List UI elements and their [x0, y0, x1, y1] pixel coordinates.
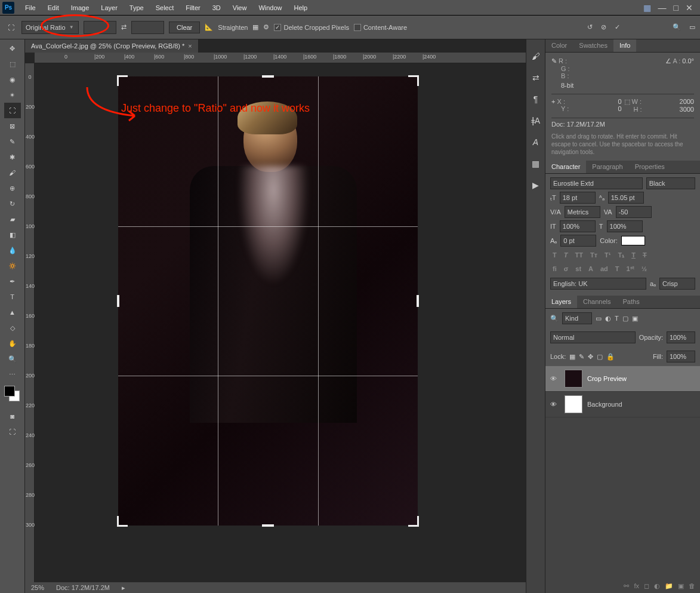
swash-button[interactable]: A [586, 264, 596, 274]
dodge-tool[interactable]: 🔅 [4, 258, 21, 274]
new-layer-icon[interactable]: ▣ [678, 582, 684, 590]
quick-select-tool[interactable]: ✴ [4, 87, 21, 103]
stylistic-button[interactable]: ad [598, 264, 610, 274]
hand-tool[interactable]: ✋ [4, 336, 21, 351]
cancel-crop-icon[interactable]: ⊘ [601, 23, 606, 31]
lock-all-icon[interactable]: 🔒 [606, 353, 615, 361]
shape-tool[interactable]: ◇ [4, 320, 21, 336]
brush-tool[interactable]: 🖌 [4, 165, 21, 180]
strike-button[interactable]: T [640, 250, 649, 260]
layer-mask-icon[interactable]: ◻ [644, 582, 649, 590]
delete-cropped-checkbox[interactable]: Delete Cropped Pixels [274, 24, 349, 31]
lasso-tool[interactable]: ◉ [4, 72, 21, 87]
blend-mode-dropdown[interactable]: Normal [550, 331, 636, 343]
gradient-tool[interactable]: ◧ [4, 227, 21, 242]
crop-handle-right[interactable] [417, 295, 419, 307]
menu-layer[interactable]: Layer [95, 2, 124, 14]
ordinals-button[interactable]: 1ˢᵗ [624, 264, 637, 274]
stamp-tool[interactable]: ⊕ [4, 180, 21, 196]
tracking-input[interactable]: -50 [616, 206, 652, 218]
tab-character[interactable]: Character [545, 161, 586, 173]
history-brush-tool[interactable]: ↻ [4, 196, 21, 211]
crop-tool[interactable]: ⛶ [4, 103, 21, 118]
quickmask-tool[interactable]: ◙ [4, 408, 21, 424]
character-panel-icon[interactable]: A [533, 137, 538, 147]
menu-edit[interactable]: Edit [42, 2, 65, 14]
crop-handle-br[interactable] [408, 516, 419, 527]
play-icon[interactable]: ▶ [532, 180, 539, 190]
minimize-icon[interactable]: — [658, 3, 667, 13]
straighten-icon[interactable]: 📐 [205, 23, 213, 31]
lock-artboard-icon[interactable]: ▢ [597, 353, 603, 361]
content-aware-checkbox[interactable]: Content-Aware [354, 24, 407, 31]
clear-button[interactable]: Clear [169, 21, 200, 33]
lock-pixels-icon[interactable]: ▦ [569, 353, 575, 361]
path-select-tool[interactable]: ▲ [4, 305, 21, 320]
color-swatches[interactable] [4, 386, 21, 402]
opacity-input[interactable]: 100% [667, 331, 695, 343]
tab-channels[interactable]: Channels [577, 296, 616, 308]
menu-image[interactable]: Image [65, 2, 95, 14]
crop-width-input[interactable] [84, 21, 116, 34]
close-icon[interactable]: ✕ [686, 3, 693, 13]
italic-button[interactable]: T [562, 250, 571, 260]
grid-overlay-icon[interactable]: ▦ [252, 23, 258, 31]
subscript-button[interactable]: T₁ [615, 250, 627, 260]
font-family-dropdown[interactable]: Eurostile Extd [550, 177, 643, 189]
paragraph-panel-icon[interactable]: ¶ [534, 94, 538, 104]
crop-handle-tr[interactable] [408, 75, 419, 86]
language-dropdown[interactable]: English: UK [550, 278, 646, 290]
layer-row[interactable]: 👁 Background [545, 392, 700, 417]
swap-icon[interactable]: ⇄ [121, 23, 127, 31]
tab-paragraph[interactable]: Paragraph [586, 161, 628, 173]
ligature-button[interactable]: fi [550, 264, 559, 274]
menu-3d[interactable]: 3D [206, 2, 227, 14]
antialias-dropdown[interactable]: Crisp [659, 278, 695, 290]
group-icon[interactable]: 📁 [665, 582, 673, 590]
hscale-input[interactable]: 100% [607, 220, 643, 232]
delete-layer-icon[interactable]: 🗑 [689, 582, 695, 589]
underline-button[interactable]: T [629, 250, 638, 260]
history-panel-icon[interactable]: 🖌 [532, 51, 540, 61]
foreground-swatch[interactable] [4, 386, 15, 397]
layer-fx-icon[interactable]: fx [634, 582, 639, 589]
marquee-tool[interactable]: ⬚ [4, 56, 21, 72]
menu-filter[interactable]: Filter [180, 2, 206, 14]
screenmode-tool[interactable]: ⛶ [4, 424, 21, 440]
menu-file[interactable]: File [19, 2, 42, 14]
lock-position-icon[interactable]: ✥ [588, 353, 593, 361]
menu-help[interactable]: Help [288, 2, 314, 14]
allcaps-button[interactable]: TT [572, 250, 585, 260]
menu-type[interactable]: Type [124, 2, 150, 14]
type-tool[interactable]: T [4, 289, 21, 305]
visibility-icon[interactable]: 👁 [550, 375, 560, 382]
crop-handle-bottom[interactable] [262, 524, 274, 527]
menu-window[interactable]: Window [252, 2, 288, 14]
tab-swatches[interactable]: Swatches [573, 39, 613, 52]
filter-shape-icon[interactable]: ▢ [622, 315, 628, 322]
adjustments-panel-icon[interactable]: ⇄ [532, 73, 539, 82]
edit-toolbar[interactable]: ⋯ [4, 367, 21, 382]
eraser-tool[interactable]: ▰ [4, 211, 21, 227]
kerning-dropdown[interactable]: Metrics [565, 206, 600, 218]
link-layers-icon[interactable]: ⚯ [624, 582, 629, 590]
layer-filter-dropdown[interactable]: Kind [562, 312, 592, 324]
menu-select[interactable]: Select [150, 2, 180, 14]
reset-icon[interactable]: ↺ [587, 23, 593, 31]
layer-row[interactable]: 👁 Crop Preview [545, 366, 700, 392]
search-icon[interactable]: 🔍 [673, 23, 681, 31]
tab-layers[interactable]: Layers [545, 296, 577, 308]
status-chevron-icon[interactable]: ▸ [122, 584, 125, 592]
frame-tool[interactable]: ⊠ [4, 118, 21, 134]
blur-tool[interactable]: 💧 [4, 242, 21, 258]
tab-color[interactable]: Color [545, 39, 573, 52]
gear-icon[interactable]: ⚙ [263, 23, 269, 31]
tab-properties[interactable]: Properties [629, 161, 671, 173]
filter-image-icon[interactable]: ▭ [596, 315, 602, 322]
crop-handle-tl[interactable] [117, 75, 128, 86]
zoom-level[interactable]: 25% [31, 584, 44, 591]
filter-smart-icon[interactable]: ▣ [632, 315, 638, 322]
adjustment-layer-icon[interactable]: ◐ [654, 582, 660, 590]
canvas[interactable]: Just change to "Ratio" and now it works [35, 63, 526, 582]
close-tab-icon[interactable]: × [188, 42, 192, 50]
